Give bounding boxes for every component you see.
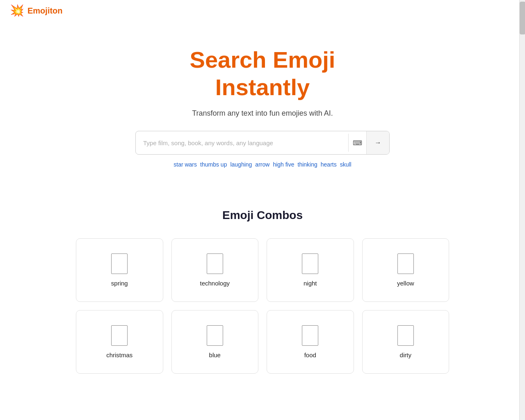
- suggestion-tag[interactable]: star wars: [173, 161, 197, 168]
- search-arrow-icon: →: [375, 139, 381, 146]
- combo-card-night[interactable]: night: [267, 238, 354, 302]
- combo-card-blue[interactable]: blue: [171, 310, 259, 374]
- hero-title: Search Emoji Instantly: [190, 46, 336, 101]
- combo-label-blue: blue: [209, 352, 221, 358]
- suggestion-tag[interactable]: laughing: [230, 161, 252, 168]
- hero-section: Search Emoji Instantly Transform any tex…: [0, 21, 525, 184]
- combo-card-christmas[interactable]: christmas: [76, 310, 163, 374]
- combos-grid: springtechnologynightyellowchristmasblue…: [76, 238, 449, 374]
- keyboard-icon-button[interactable]: ⌨: [348, 134, 366, 152]
- search-submit-button[interactable]: →: [366, 131, 389, 154]
- combo-card-yellow[interactable]: yellow: [362, 238, 450, 302]
- suggestion-tag[interactable]: thinking: [298, 161, 317, 168]
- combo-label-christmas: christmas: [106, 352, 132, 358]
- combo-label-food: food: [304, 352, 316, 358]
- logo-text: Emojiton: [27, 6, 63, 16]
- combo-emoji-technology: [207, 253, 223, 274]
- combo-emoji-yellow: [397, 253, 414, 274]
- combo-label-dirty: dirty: [400, 352, 411, 358]
- combo-emoji-spring: [111, 253, 128, 274]
- suggestion-tag[interactable]: skull: [340, 161, 352, 168]
- suggestion-tag[interactable]: arrow: [255, 161, 269, 168]
- scrollbar-thumb[interactable]: [520, 2, 525, 34]
- combos-title: Emoji Combos: [76, 209, 449, 222]
- search-bar: ⌨ →: [135, 131, 390, 155]
- combo-label-spring: spring: [111, 280, 128, 287]
- suggestion-tag[interactable]: high five: [273, 161, 294, 168]
- search-input[interactable]: [136, 133, 348, 153]
- combo-card-technology[interactable]: technology: [171, 238, 259, 302]
- combo-emoji-blue: [207, 325, 223, 346]
- hero-subtitle: Transform any text into fun emojies with…: [192, 109, 333, 118]
- combo-card-spring[interactable]: spring: [76, 238, 163, 302]
- combo-emoji-food: [302, 325, 318, 346]
- logo-icon: 💥: [10, 5, 24, 16]
- combo-emoji-christmas: [111, 325, 128, 346]
- combo-label-night: night: [304, 280, 317, 287]
- combo-card-food[interactable]: food: [267, 310, 354, 374]
- suggestion-tag[interactable]: hearts: [321, 161, 337, 168]
- combo-emoji-night: [302, 253, 318, 274]
- combo-card-dirty[interactable]: dirty: [362, 310, 450, 374]
- keyboard-icon: ⌨: [353, 139, 362, 147]
- logo-link[interactable]: 💥 Emojiton: [10, 5, 63, 16]
- combo-label-technology: technology: [200, 280, 230, 287]
- suggestions-list: star warsthumbs uplaughingarrowhigh five…: [173, 161, 351, 168]
- combo-emoji-dirty: [397, 325, 414, 346]
- suggestion-tag[interactable]: thumbs up: [200, 161, 227, 168]
- combo-label-yellow: yellow: [397, 280, 414, 287]
- combos-section: Emoji Combos springtechnologynightyellow…: [68, 184, 457, 390]
- scrollbar[interactable]: [519, 0, 525, 420]
- navbar: 💥 Emojiton: [0, 0, 525, 21]
